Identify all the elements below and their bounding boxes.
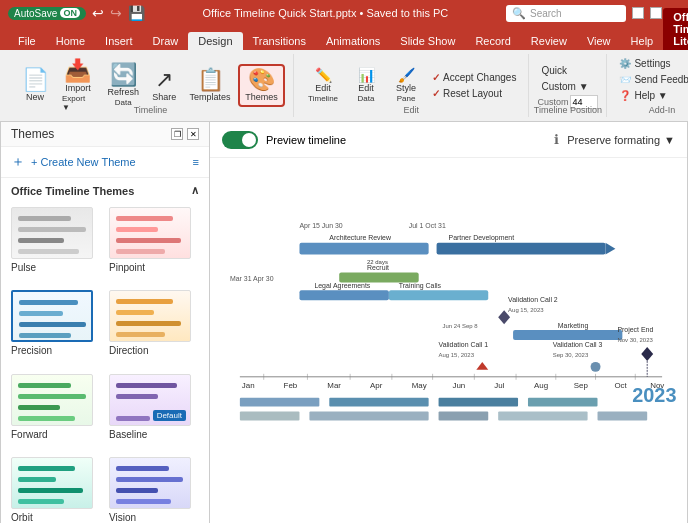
preview-area: Preview timeline ℹ Preserve formating ▼ … [210,122,688,523]
templates-button[interactable]: 📋 Templates [184,66,235,105]
pinpoint-label: Pinpoint [109,262,199,273]
pulse-label: Pulse [11,262,101,273]
accept-label: Accept Changes [443,72,516,83]
position-group-label: Timeline Position [534,105,602,115]
restore-btn[interactable]: ❐ [650,7,662,19]
feedback-btn[interactable]: 📨 Send Feedback [615,72,688,87]
ribbon-group-position: Quick Custom ▼ Custom Timeline Position [529,54,607,117]
svg-rect-63 [598,412,648,421]
svg-text:Jul: Jul [494,381,504,390]
tab-home[interactable]: Home [46,32,95,50]
settings-icon: ⚙️ [619,58,631,69]
tab-office-timeline[interactable]: Office Timeline Lite [663,8,688,50]
edit-sub: Timeline [308,94,338,103]
accept-changes-btn[interactable]: ✓ Accept Changes [428,70,520,85]
svg-text:Validation Call 2: Validation Call 2 [508,296,558,303]
theme-pulse[interactable]: Pulse [11,207,101,282]
panel-restore-btn[interactable]: ❐ [171,128,183,140]
theme-orbit[interactable]: Orbit [11,457,101,523]
panel-close-btn[interactable]: ✕ [187,128,199,140]
tab-insert[interactable]: Insert [95,32,143,50]
themes-button[interactable]: 🎨 Themes [238,64,285,107]
svg-rect-57 [439,398,518,407]
panel-controls: ❐ ✕ [171,128,199,140]
collapse-icon[interactable]: ∧ [191,184,199,197]
search-placeholder: Search [530,8,562,19]
feedback-label: Send Feedback [634,74,688,85]
theme-direction-thumb [109,290,191,342]
tab-help[interactable]: Help [621,32,664,50]
create-theme-btn[interactable]: ＋ + Create New Theme ≡ [1,147,209,178]
search-icon: 🔍 [512,7,526,20]
new-button[interactable]: 📄 New [16,66,54,105]
edit-data-button[interactable]: 📊 Edit Data [348,65,384,106]
svg-text:Sep 30, 2023: Sep 30, 2023 [553,352,589,358]
minimize-btn[interactable]: — [632,7,644,19]
share-ribbon-button[interactable]: ↗ Share [146,66,182,105]
autosave-toggle[interactable]: AutoSave ON [8,7,86,20]
help-btn[interactable]: ❓ Help ▼ [615,88,688,103]
themes-label: Themes [245,92,278,102]
direction-label: Direction [109,345,199,356]
theme-baseline-thumb [109,374,191,426]
theme-vision[interactable]: Vision [109,457,199,523]
title-bar-left: AutoSave ON ↩ ↪ 💾 [8,5,145,21]
svg-text:Project End: Project End [617,326,653,334]
edit-timeline-button[interactable]: ✏️ Edit Timeline [302,65,344,106]
tab-slideshow[interactable]: Slide Show [390,32,465,50]
custom-btn[interactable]: Custom ▼ [537,79,598,94]
quick-btn[interactable]: Quick [537,63,598,78]
theme-precision-thumb [11,290,93,342]
tab-file[interactable]: File [8,32,46,50]
svg-text:Mar 31  Apr 30: Mar 31 Apr 30 [230,275,274,283]
theme-precision[interactable]: Precision [11,290,101,365]
reset-label: Reset Layout [443,88,502,99]
panel-title: Themes [11,127,54,141]
autosave-label: AutoSave [14,8,57,19]
tab-view[interactable]: View [577,32,621,50]
theme-orbit-thumb [11,457,93,509]
svg-point-50 [591,362,601,372]
undo-icon[interactable]: ↩ [92,5,104,21]
svg-text:May: May [412,381,427,390]
preserve-btn[interactable]: Preserve formating ▼ [567,134,675,146]
filter-icon[interactable]: ≡ [193,156,199,168]
tab-animations[interactable]: Animations [316,32,390,50]
svg-rect-59 [240,412,300,421]
ribbon-content: 📄 New 📥 Import Export ▼ 🔄 Refresh Data ↗… [0,50,688,122]
redo-icon[interactable]: ↪ [110,5,122,21]
tab-review[interactable]: Review [521,32,577,50]
reset-layout-btn[interactable]: ✓ Reset Layout [428,86,520,101]
theme-forward[interactable]: Forward [11,374,101,449]
svg-text:Sep: Sep [574,381,589,390]
create-theme-icon: ＋ [11,153,25,171]
preview-switch[interactable] [222,131,258,149]
search-box[interactable]: 🔍 Search [506,5,626,22]
theme-pinpoint[interactable]: Pinpoint [109,207,199,282]
svg-text:Marketing: Marketing [558,322,589,330]
edit-label: Edit [315,83,331,93]
tab-transitions[interactable]: Transitions [243,32,316,50]
import-label: Import [65,83,91,93]
tab-record[interactable]: Record [465,32,520,50]
style-sub: Pane [397,94,416,103]
theme-baseline[interactable]: Baseline [109,374,199,449]
theme-direction[interactable]: Direction [109,290,199,365]
quick-label: Quick [541,65,567,76]
settings-btn[interactable]: ⚙️ Settings [615,56,688,71]
svg-text:Aug: Aug [534,381,548,390]
tab-draw[interactable]: Draw [143,32,189,50]
svg-rect-13 [299,290,388,300]
tab-design[interactable]: Design [188,32,242,50]
svg-text:Jul 1  Oct 31: Jul 1 Oct 31 [409,222,446,229]
svg-text:Jun: Jun [452,381,465,390]
info-icon[interactable]: ℹ [554,132,559,147]
title-bar: AutoSave ON ↩ ↪ 💾 Office Timeline Quick … [0,0,688,26]
style-pane-button[interactable]: 🖌️ Style Pane [388,65,424,106]
addin-group-label: Add-In [649,105,676,115]
refresh-button[interactable]: 🔄 Refresh Data [102,61,144,110]
preview-header: Preview timeline ℹ Preserve formating ▼ [210,122,687,158]
save-icon[interactable]: 💾 [128,5,145,21]
import-button[interactable]: 📥 Import Export ▼ [56,57,100,115]
svg-text:Jun 24  Sep 8: Jun 24 Sep 8 [443,323,479,329]
